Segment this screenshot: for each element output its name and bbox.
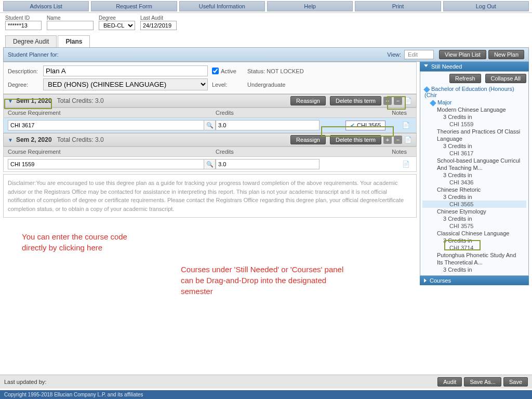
still-needed-header[interactable]: Still Needed [420, 62, 529, 71]
nav-advisors[interactable]: Advisors List [3, 1, 89, 11]
term-1-remove-icon[interactable]: − [394, 97, 402, 105]
tree-node[interactable]: Bachelor of Education (Honours) (Chir [422, 85, 526, 99]
term-2-col-header: Course Requirement Credits Notes [3, 147, 417, 157]
disclaimer-text: Disclaimer:You are encouraged to use thi… [3, 174, 417, 218]
status-label: Status: [247, 68, 265, 74]
tree-node[interactable]: CHI 3617 [422, 150, 526, 157]
tree-node[interactable]: 3 Credits in [422, 171, 526, 179]
desc-input[interactable] [43, 65, 208, 76]
tree-node[interactable]: 3 Credits in [422, 215, 526, 222]
view-select[interactable]: Edit [404, 50, 434, 59]
term-1-reassign-button[interactable]: Reassign [290, 96, 326, 105]
save-button[interactable]: Save [503, 377, 528, 387]
tree-node[interactable]: Chinese Rhetoric [422, 186, 526, 193]
nav-logout[interactable]: Log Out [443, 1, 529, 11]
search-icon[interactable]: 🔍 [204, 159, 216, 169]
term-2-note-icon[interactable]: 📄 [404, 136, 412, 143]
last-audit-input[interactable] [140, 21, 177, 30]
chevron-right-icon [424, 278, 427, 283]
active-label: Active [221, 68, 236, 74]
col-credits: Credits [216, 110, 335, 116]
last-updated-label: Last updated by: [4, 379, 46, 385]
save-as-button[interactable]: Save As... [464, 377, 501, 387]
active-checkbox[interactable] [212, 68, 219, 74]
top-nav: Advisors List Request Form Useful Inform… [0, 0, 532, 13]
term-2-row-0: 🔍 📄 [3, 157, 417, 172]
level-label: Level: [212, 82, 243, 88]
tree-node[interactable]: Language [422, 135, 526, 142]
nav-print[interactable]: Print [355, 1, 441, 11]
term-2-delete-button[interactable]: Delete this term [330, 135, 381, 144]
status-value: NOT LOCKED [267, 68, 303, 74]
term-2-reassign-button[interactable]: Reassign [290, 135, 326, 144]
term-2-add-icon[interactable]: + [383, 136, 392, 144]
tree-node[interactable]: And Teaching M... [422, 164, 526, 171]
tree-node[interactable]: CHI 3575 [422, 222, 526, 230]
col-credits: Credits [216, 149, 335, 155]
tree-node[interactable]: Putonghua Phonetic Study And [422, 251, 526, 259]
tab-degree-audit[interactable]: Degree Audit [5, 35, 57, 47]
nav-help[interactable]: Help [267, 1, 353, 11]
tree-node[interactable]: 3 Credits in [422, 237, 526, 244]
term-2-toggle-icon[interactable]: ▼ [8, 137, 13, 143]
drag-course-chip[interactable]: ✔CHI 3565 [345, 121, 385, 130]
student-id-input[interactable] [5, 21, 42, 30]
tree-node[interactable]: 3 Credits in [422, 193, 526, 201]
search-icon[interactable]: 🔍 [204, 120, 216, 130]
tree-node[interactable]: Its Theoretical A... [422, 259, 526, 266]
desc-label: Description: [8, 68, 39, 74]
col-course-req: Course Requirement [8, 110, 216, 116]
view-plan-list-button[interactable]: View Plan List [439, 50, 486, 59]
name-label: Name [47, 15, 94, 21]
planner-bar: Student Planner for: View: Edit View Pla… [3, 47, 529, 62]
courses-header[interactable]: Courses [420, 276, 529, 285]
tree-node[interactable]: CHI 3436 [422, 179, 526, 186]
tree-node[interactable]: 3 Credits in [422, 113, 526, 121]
annotation-1: You can enter the course code directly b… [22, 231, 136, 253]
still-needed-tree: Bachelor of Education (Honours) (ChirMaj… [422, 85, 526, 273]
tree-node[interactable]: CHI 3565 [422, 201, 526, 208]
refresh-button[interactable]: Refresh [449, 74, 481, 83]
term-1-delete-button[interactable]: Delete this term [330, 96, 381, 105]
chevron-down-icon [424, 64, 428, 69]
nav-useful[interactable]: Useful Information [179, 1, 265, 11]
term-2-header: ▼ Sem 2, 2020 Total Credits: 3.0 Reassig… [3, 133, 417, 147]
tree-node[interactable]: CHI 3714 [422, 244, 526, 251]
term-2-remove-icon[interactable]: − [394, 136, 402, 144]
tree-node[interactable]: Chinese Etymology [422, 208, 526, 215]
term-1-row-0-course-input[interactable] [8, 120, 204, 130]
footer-bar: Last updated by: Audit Save As... Save [0, 375, 532, 389]
audit-button[interactable]: Audit [437, 377, 462, 387]
tree-node[interactable]: Modern Chinese Language [422, 106, 526, 113]
view-label: View: [387, 51, 401, 58]
plan-degree-label: Degree: [8, 82, 39, 88]
term-1-toggle-icon[interactable]: ▼ [8, 98, 13, 104]
term-1-note-icon[interactable]: 📄 [404, 97, 412, 104]
tab-plans[interactable]: Plans [58, 35, 90, 47]
degree-select[interactable]: BED-CL [99, 21, 135, 30]
still-needed-panel: Refresh Collapse All Bachelor of Educati… [420, 71, 529, 276]
term-2-row-0-course-input[interactable] [8, 159, 204, 169]
tree-node[interactable]: Major [422, 99, 526, 106]
nav-request[interactable]: Request Form [91, 1, 177, 11]
tree-node[interactable]: 3 Credits in [422, 266, 526, 273]
new-plan-button[interactable]: New Plan [488, 50, 524, 59]
check-icon: ✔ [350, 122, 355, 129]
tree-node[interactable]: Theories and Practices Of Classi [422, 128, 526, 135]
term-2-row-0-credits-input[interactable] [216, 159, 320, 169]
tree-node[interactable]: Classical Chinese Language [422, 230, 526, 237]
level-value: Undergraduate [247, 82, 412, 88]
tree-node[interactable]: CHI 1559 [422, 121, 526, 128]
row-note-icon[interactable]: 📄 [402, 122, 410, 129]
row-note-icon[interactable]: 📄 [402, 161, 410, 168]
col-notes: Notes [335, 149, 412, 155]
tree-node[interactable]: School-based Language Curricul [422, 157, 526, 164]
term-2-name: Sem 2, 2020 [16, 136, 52, 143]
tree-node[interactable]: 3 Credits in [422, 142, 526, 150]
term-1-add-icon[interactable]: + [383, 97, 392, 105]
term-1-name: Sem 1, 2020 [16, 97, 52, 104]
term-1-row-0-credits-input[interactable] [216, 120, 320, 130]
collapse-all-button[interactable]: Collapse All [485, 74, 526, 83]
name-input[interactable] [47, 21, 94, 30]
plan-degree-select[interactable]: BED (HONS) (CHINESE LANGUAGE) [43, 78, 208, 90]
